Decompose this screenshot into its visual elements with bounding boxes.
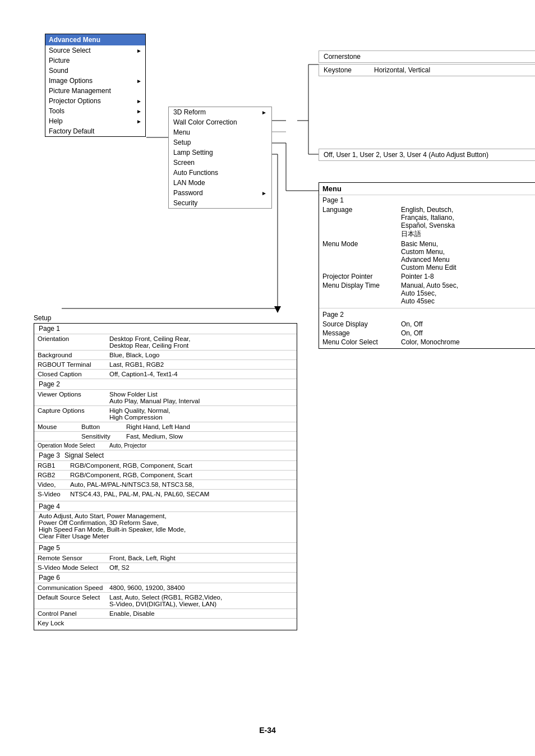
- svideo-value: NTSC4.43, PAL, PAL-M, PAL-N, PAL60, SECA…: [68, 490, 297, 499]
- user-options-row: Off, User 1, User 2, User 3, User 4 (Aut…: [319, 149, 535, 161]
- color-select-value: Color, Monochrome: [401, 338, 460, 346]
- menu-row-color-select: Menu Color Select Color, Monochrome: [319, 338, 535, 348]
- menu-mode-label: Menu Mode: [322, 240, 401, 271]
- menu-item-source-select[interactable]: Source Select ►: [45, 45, 145, 56]
- submenu-item-lamp[interactable]: Lamp Setting: [169, 147, 271, 158]
- cornerstone-keystone-area: Cornerstone Keystone Horizontal, Vertica…: [319, 50, 535, 76]
- setup-row-svideo: S-Video NTSC4.43, PAL, PAL-M, PAL-N, PAL…: [34, 489, 297, 501]
- setup-row-comm-speed: Communication Speed 4800, 9600, 19200, 3…: [34, 583, 297, 592]
- setup-title: Setup: [34, 314, 297, 323]
- keystone-label: Keystone: [324, 66, 374, 74]
- setup-row-orientation: Orientation Desktop Front, Ceiling Rear,…: [34, 334, 297, 350]
- viewer-options-label: Viewer Options: [34, 390, 107, 405]
- language-value: English, Deutsch,Français, Italiano,Espa…: [401, 206, 455, 239]
- setup-row-background: Background Blue, Black, Logo: [34, 350, 297, 359]
- submenu-item-security[interactable]: Security: [169, 198, 271, 208]
- arrow-right-icon: ►: [136, 78, 142, 84]
- submenu-item-3d-reform[interactable]: 3D Reform ►: [169, 107, 271, 117]
- comm-speed-value: 4800, 9600, 19200, 38400: [107, 583, 297, 592]
- control-panel-value: Enable, Disable: [107, 609, 297, 618]
- language-label: Language: [322, 206, 401, 239]
- menu-item-projector-options[interactable]: Projector Options ►: [45, 96, 145, 106]
- submenu-item-wall-color[interactable]: Wall Color Correction: [169, 117, 271, 127]
- arrow-right-icon: ►: [136, 48, 142, 54]
- operation-mode-value: Auto, Projector: [107, 441, 297, 450]
- source-display-value: On, Off: [401, 320, 422, 328]
- setup-row-operation-mode: Operation Mode Select Auto, Projector: [34, 441, 297, 450]
- menu-row-display-time: Menu Display Time Manual, Auto 5sec,Auto…: [319, 281, 535, 306]
- menu-box-title: Menu: [322, 185, 342, 193]
- message-value: On, Off: [401, 329, 422, 337]
- menu-mode-value: Basic Menu,Custom Menu,Advanced MenuCust…: [401, 240, 456, 271]
- orientation-value: Desktop Front, Ceiling Rear,Desktop Rear…: [107, 334, 297, 350]
- menu-page1-label: Page 1: [319, 195, 535, 205]
- submenu-item-menu[interactable]: Menu: [169, 127, 271, 137]
- key-lock-value: [107, 619, 297, 628]
- menu-item-image-options[interactable]: Image Options ►: [45, 76, 145, 86]
- submenu-item-auto-functions[interactable]: Auto Functions: [169, 168, 271, 178]
- pointer-value: Pointer 1-8: [401, 273, 434, 280]
- menu-box: Menu Page 1 Language English, Deutsch,Fr…: [319, 182, 535, 349]
- keystone-value: Horizontal, Vertical: [374, 66, 430, 74]
- menu-row-mode: Menu Mode Basic Menu,Custom Menu,Advance…: [319, 239, 535, 272]
- user-options-value: Off, User 1, User 2, User 3, User 4 (Aut…: [324, 151, 488, 159]
- setup-page1-header: Page 1: [34, 324, 297, 334]
- setup-row-viewer-options: Viewer Options Show Folder ListAuto Play…: [34, 389, 297, 405]
- setup-row-rgb1: RGB1 RGB/Component, RGB, Component, Scar…: [34, 460, 297, 470]
- menu-item-sound[interactable]: Sound: [45, 66, 145, 76]
- svideo-label: S-Video: [34, 490, 68, 499]
- svg-marker-14: [274, 306, 281, 313]
- display-time-label: Menu Display Time: [322, 282, 401, 305]
- submenu-item-screen[interactable]: Screen: [169, 158, 271, 168]
- setup-row-default-source: Default Source Select Last, Auto, Select…: [34, 592, 297, 609]
- menu-row-pointer: Projector Pointer Pointer 1-8: [319, 272, 535, 281]
- setup-row-closed-caption: Closed Caption Off, Caption1-4, Text1-4: [34, 369, 297, 379]
- mouse-label: Mouse: [34, 422, 79, 431]
- submenu-item-setup[interactable]: Setup: [169, 137, 271, 147]
- setup-row-rgb2: RGB2 RGB/Component, RGB, Component, Scar…: [34, 470, 297, 480]
- button-value: Right Hand, Left Hand: [124, 422, 297, 431]
- source-display-label: Source Display: [322, 320, 401, 328]
- menu-page2-label: Page 2: [319, 310, 535, 320]
- page-footer: E-34: [11, 726, 524, 735]
- menu-item-help[interactable]: Help ►: [45, 116, 145, 126]
- setup-row-video: Video, Auto, PAL-M/PAL-N/NTSC3.58, NTSC3…: [34, 480, 297, 489]
- menu-item-picture-management[interactable]: Picture Management: [45, 86, 145, 96]
- sensitivity-label: Sensitivity: [79, 432, 124, 441]
- button-label: Button: [79, 422, 124, 431]
- setup-page4-header: Page 4: [34, 501, 297, 511]
- background-value: Blue, Black, Logo: [107, 351, 297, 359]
- rgb2-value: RGB/Component, RGB, Component, Scart: [68, 471, 297, 480]
- arrow-right-icon: ►: [136, 98, 142, 104]
- setup-row-mouse-sensitivity: Sensitivity Fast, Medium, Slow: [34, 431, 297, 441]
- arrow-right-icon: ►: [136, 108, 142, 114]
- video-label: Video,: [34, 480, 68, 489]
- setup-row-remote-sensor: Remote Sensor Front, Back, Left, Right: [34, 553, 297, 563]
- rgb1-value: RGB/Component, RGB, Component, Scart: [68, 461, 297, 470]
- submenu-item-lan-mode[interactable]: LAN Mode: [169, 178, 271, 188]
- menu-item-picture[interactable]: Picture: [45, 56, 145, 66]
- advanced-menu-box: Advanced Menu Source Select ► Picture So…: [45, 34, 146, 137]
- setup-page5-header: Page 5: [34, 542, 297, 553]
- display-time-value: Manual, Auto 5sec,Auto 15sec,Auto 45sec: [401, 282, 458, 305]
- advanced-menu-title: Advanced Menu: [45, 34, 145, 45]
- menu-item-tools[interactable]: Tools ►: [45, 106, 145, 116]
- remote-sensor-label: Remote Sensor: [34, 554, 107, 563]
- svideo-mode-label: S-Video Mode Select: [34, 563, 107, 572]
- pointer-label: Projector Pointer: [322, 273, 401, 280]
- color-select-label: Menu Color Select: [322, 338, 401, 346]
- mouse-label2: [34, 432, 79, 441]
- rgbout-value: Last, RGB1, RGB2: [107, 360, 297, 369]
- control-panel-label: Control Panel: [34, 609, 107, 618]
- orientation-label: Orientation: [34, 334, 107, 350]
- rgb2-label: RGB2: [34, 471, 68, 480]
- key-lock-label: Key Lock: [34, 619, 107, 628]
- capture-options-label: Capture Options: [34, 406, 107, 422]
- video-value: Auto, PAL-M/PAL-N/NTSC3.58, NTSC3.58,: [68, 480, 297, 489]
- comm-speed-label: Communication Speed: [34, 583, 107, 592]
- rgbout-label: RGBOUT Terminal: [34, 360, 107, 369]
- submenu-item-password[interactable]: Password ►: [169, 188, 271, 198]
- arrow-right-icon: ►: [261, 190, 267, 196]
- default-source-label: Default Source Select: [34, 593, 107, 609]
- menu-item-factory-default[interactable]: Factory Default: [45, 126, 145, 136]
